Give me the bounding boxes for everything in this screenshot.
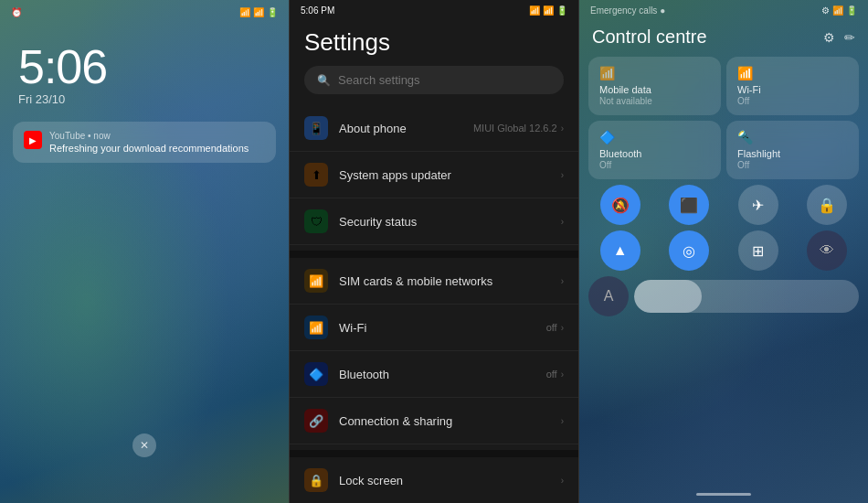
cc-bt-card-title: Bluetooth: [599, 148, 710, 159]
settings-section-3: 🔒 Lock screen › ☀ Display › 🔔 Sound & vi…: [290, 457, 578, 498]
bt-settings-icon: 🔷: [304, 362, 328, 386]
settings-panel: 5:06 PM 📶 📶 🔋 Settings 🔍 📱 About phone M…: [289, 0, 579, 503]
cc-aspect-ratio-button[interactable]: ⊞: [738, 230, 778, 271]
cc-cards-grid: 📶 Mobile data Not available 📶 Wi-Fi Off …: [579, 57, 868, 179]
chevron-icon: ›: [561, 323, 564, 333]
wifi-settings-icon: 📶: [304, 316, 328, 339]
cc-wifi-icon: 📶: [832, 5, 843, 16]
cc-airplane-button[interactable]: ✈: [738, 185, 778, 225]
cc-flashlight-card[interactable]: 🔦 Flashlight Off: [726, 121, 859, 179]
sim-settings-icon: 📶: [304, 269, 328, 293]
mobile-data-status: Not available: [599, 96, 710, 106]
cc-settings-gear-icon[interactable]: ⚙: [823, 30, 835, 45]
lock-date-display: Fri 23/10: [18, 92, 270, 106]
updater-icon: ⬆: [304, 163, 328, 187]
cc-status-bar: Emergency calls ● ⚙ 📶 🔋: [579, 0, 868, 21]
search-input[interactable]: [338, 73, 551, 87]
about-icon: 📱: [304, 116, 328, 140]
settings-item-updater[interactable]: ⬆ System apps updater ›: [290, 152, 578, 198]
settings-list: 📱 About phone MIUI Global 12.6.2 › ⬆ Sys…: [290, 105, 578, 498]
notif-app-icon: ▶: [24, 131, 42, 149]
bt-label: Bluetooth: [339, 368, 546, 381]
status-right-icons: 📶 📶 🔋: [239, 7, 278, 17]
home-indicator: [696, 493, 751, 496]
settings-status-bar: 5:06 PM 📶 📶 🔋: [290, 0, 578, 21]
settings-section-2: 📶 SIM cards & mobile networks › 📶 Wi-Fi …: [290, 258, 578, 444]
notif-app-label: YouTube • now: [49, 131, 249, 141]
cc-eye-comfort-button[interactable]: 👁: [807, 230, 847, 271]
cc-wifi-card-title: Wi-Fi: [737, 84, 848, 95]
lock-time-display: 5:06: [18, 43, 270, 91]
mobile-data-icon: 📶: [599, 66, 710, 80]
cc-wifi-card-icon: 📶: [737, 66, 848, 80]
close-notification-button[interactable]: ✕: [132, 433, 156, 457]
lock-time-block: 5:06 Fri 23/10: [0, 25, 289, 111]
chevron-icon: ›: [561, 476, 564, 486]
chevron-icon: ›: [561, 276, 564, 286]
cc-flash-card-icon: 🔦: [737, 130, 848, 144]
cc-mute-button[interactable]: 🔕: [600, 185, 640, 225]
search-icon: 🔍: [317, 74, 331, 87]
security-label: Security status: [339, 215, 561, 229]
settings-title: Settings: [290, 21, 578, 66]
sim-label: SIM cards & mobile networks: [339, 274, 561, 288]
settings-item-lockscreen[interactable]: 🔒 Lock screen ›: [290, 457, 578, 498]
cc-rotation-lock-button[interactable]: 🔒: [807, 185, 847, 225]
settings-section-1: 📱 About phone MIUI Global 12.6.2 › ⬆ Sys…: [290, 105, 578, 245]
cc-bt-card-status: Off: [599, 160, 710, 170]
connection-icon: 🔗: [304, 409, 328, 433]
cc-header-actions: ⚙ ✏: [823, 30, 855, 45]
security-icon: 🛡: [304, 209, 328, 233]
cc-status-icons: ⚙ 📶 🔋: [821, 5, 857, 16]
settings-status-icons: 📶 📶 🔋: [529, 5, 567, 16]
lock-screen-panel: ⏰ 📶 📶 🔋 5:06 Fri 23/10 ▶ YouTube • now R…: [0, 0, 289, 503]
cc-icon-row-1: 🔕 ⬛ ✈ 🔒: [579, 185, 868, 225]
cc-font-size-button[interactable]: A: [588, 276, 629, 316]
wifi-value: off: [546, 322, 557, 333]
emergency-calls-label: Emergency calls ●: [590, 5, 665, 16]
settings-time: 5:06 PM: [301, 5, 334, 16]
chevron-icon: ›: [561, 170, 564, 180]
settings-item-about[interactable]: 📱 About phone MIUI Global 12.6.2 ›: [290, 105, 578, 152]
cc-settings-icon: ⚙: [821, 5, 830, 16]
cc-bt-card-icon: 🔷: [599, 130, 710, 144]
font-icon-label: A: [604, 288, 614, 305]
connection-label: Connection & sharing: [339, 414, 561, 428]
section-divider-2: [290, 450, 578, 457]
wifi-label: Wi-Fi: [339, 321, 546, 335]
cc-wifi-card-status: Off: [737, 96, 848, 106]
notification-card[interactable]: ▶ YouTube • now Refreshing your download…: [13, 122, 276, 163]
chevron-icon: ›: [561, 369, 564, 380]
cc-bottom-controls: A: [579, 276, 868, 316]
updater-label: System apps updater: [339, 168, 561, 182]
cc-data-saver-button[interactable]: ◎: [669, 230, 709, 271]
settings-item-sim[interactable]: 📶 SIM cards & mobile networks ›: [290, 258, 578, 305]
lockscreen-icon: 🔒: [304, 468, 328, 492]
settings-item-connection[interactable]: 🔗 Connection & sharing ›: [290, 398, 578, 444]
cc-mobile-data-card[interactable]: 📶 Mobile data Not available: [588, 57, 721, 115]
status-bar: ⏰ 📶 📶 🔋: [0, 0, 289, 25]
cc-flash-card-title: Flashlight: [737, 148, 848, 159]
cc-screen-mirror-button[interactable]: ⬛: [669, 185, 709, 225]
cc-header: Control centre ⚙ ✏: [579, 21, 868, 57]
search-bar[interactable]: 🔍: [304, 66, 564, 94]
notif-content: YouTube • now Refreshing your download r…: [49, 131, 249, 154]
battery-icon-settings: 🔋: [556, 5, 567, 16]
wifi-icon: 📶: [543, 5, 554, 16]
brightness-slider[interactable]: [634, 280, 859, 313]
wifi-status-icon: 📶: [253, 7, 264, 17]
cc-title: Control centre: [592, 27, 707, 48]
chevron-icon: ›: [561, 123, 564, 134]
cc-wifi-card[interactable]: 📶 Wi-Fi Off: [726, 57, 859, 115]
chevron-icon: ›: [561, 416, 564, 426]
settings-item-security[interactable]: 🛡 Security status ›: [290, 198, 578, 245]
chevron-icon: ›: [561, 217, 564, 227]
settings-item-bluetooth[interactable]: 🔷 Bluetooth off ›: [290, 351, 578, 398]
settings-item-wifi[interactable]: 📶 Wi-Fi off ›: [290, 305, 578, 351]
signal-icon: 📶: [529, 5, 540, 16]
cc-location-button[interactable]: ▲: [600, 230, 640, 271]
cc-bluetooth-card[interactable]: 🔷 Bluetooth Off: [588, 121, 721, 179]
notif-message: Refreshing your download recommendations: [49, 143, 249, 154]
cc-edit-icon[interactable]: ✏: [844, 30, 855, 45]
about-label: About phone: [339, 122, 473, 135]
